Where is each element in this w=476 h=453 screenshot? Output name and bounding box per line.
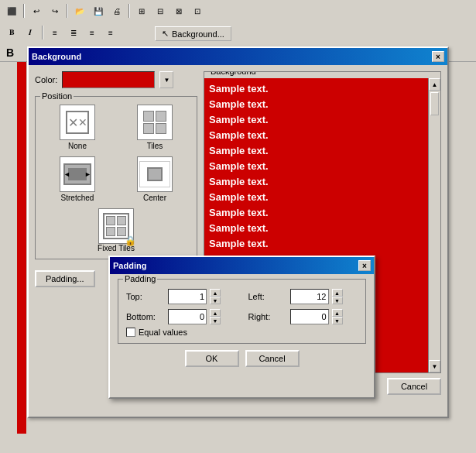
tiles-icon-box bbox=[137, 105, 173, 140]
undo-button[interactable]: ↩ bbox=[28, 2, 45, 19]
padding-ok-button[interactable]: OK bbox=[185, 350, 239, 367]
right-spinner-down[interactable]: ▼ bbox=[332, 317, 343, 324]
padding-dialog: Padding × Padding Top: ▲ ▼ Left: bbox=[108, 256, 375, 399]
none-label: None bbox=[68, 142, 87, 150]
toolbar-extra-3[interactable]: ⊠ bbox=[170, 2, 187, 19]
separator-1 bbox=[23, 4, 25, 18]
equal-label: Equal values bbox=[139, 328, 187, 337]
padding-dialog-title: Padding bbox=[113, 261, 146, 270]
sample-line-2: Sample text. bbox=[209, 97, 423, 112]
right-label: Right: bbox=[248, 312, 287, 321]
toolbar-row-1: ⬛ ↩ ↪ 📂 💾 🖨 ⊞ ⊟ ⊠ ⊡ bbox=[0, 0, 476, 22]
right-input[interactable] bbox=[290, 309, 329, 324]
save-button[interactable]: 💾 bbox=[90, 2, 107, 19]
format-btn-1[interactable]: 𝐁 bbox=[3, 24, 20, 41]
color-dropdown-arrow[interactable]: ▼ bbox=[159, 71, 173, 88]
center-icon-box bbox=[137, 156, 173, 192]
padding-close-icon: × bbox=[362, 262, 367, 270]
position-tiles[interactable]: Tiles bbox=[119, 105, 190, 150]
scrollbar-down[interactable]: ▼ bbox=[429, 360, 440, 372]
format-btn-4[interactable]: ≣ bbox=[65, 24, 82, 41]
padding-dialog-bottom: OK Cancel bbox=[118, 350, 366, 367]
preview-scrollbar[interactable]: ▲ ▼ bbox=[428, 78, 440, 372]
center-label: Center bbox=[143, 194, 166, 202]
sample-line-9: Sample text. bbox=[209, 205, 423, 221]
top-spinner-down[interactable]: ▼ bbox=[210, 297, 221, 304]
equal-row: Equal values bbox=[126, 328, 358, 337]
print-button[interactable]: 🖨 bbox=[108, 2, 125, 19]
close-icon: × bbox=[436, 53, 440, 61]
toolbar-btn-1[interactable]: ⬛ bbox=[3, 2, 20, 19]
left-spinner-down[interactable]: ▼ bbox=[332, 297, 343, 304]
color-swatch[interactable] bbox=[62, 71, 155, 88]
background-cancel-button[interactable]: Cancel bbox=[387, 378, 441, 395]
padding-dialog-close[interactable]: × bbox=[358, 260, 371, 271]
left-spinner[interactable]: ▲ ▼ bbox=[332, 289, 343, 304]
format-btn-3[interactable]: ≡ bbox=[46, 24, 63, 41]
background-cancel-label: Cancel bbox=[401, 382, 427, 391]
background-dialog-close[interactable]: × bbox=[432, 51, 444, 62]
right-spinner[interactable]: ▲ ▼ bbox=[332, 309, 343, 324]
bottom-spinner-down[interactable]: ▼ bbox=[210, 317, 221, 324]
padding-button[interactable]: Padding... bbox=[35, 270, 95, 287]
redo-button[interactable]: ↪ bbox=[46, 2, 63, 19]
sample-line-3: Sample text. bbox=[209, 112, 423, 128]
sample-line-5: Sample text. bbox=[209, 143, 423, 159]
scrollbar-up[interactable]: ▲ bbox=[429, 78, 440, 91]
padding-grid: Top: ▲ ▼ Left: ▲ ▼ bbox=[126, 289, 358, 324]
toolbar-extra-1[interactable]: ⊞ bbox=[133, 2, 150, 19]
left-label: Left: bbox=[248, 292, 287, 301]
tiles-label: Tiles bbox=[147, 142, 163, 150]
none-icon-box: ✕ bbox=[60, 105, 95, 140]
sample-line-10: Sample text. bbox=[209, 221, 423, 236]
bottom-input[interactable] bbox=[168, 309, 207, 324]
bottom-spinner-up[interactable]: ▲ bbox=[210, 309, 221, 317]
preview-legend: Background bbox=[209, 71, 258, 76]
toolbar-extra-4[interactable]: ⊡ bbox=[189, 2, 206, 19]
color-label: Color: bbox=[35, 75, 57, 84]
top-label: Top: bbox=[126, 292, 165, 301]
sample-line-11: Sample text. bbox=[209, 236, 423, 252]
position-group: Position ✕ None bbox=[35, 96, 197, 259]
position-grid: ✕ None bbox=[42, 105, 190, 202]
top-spinner-up[interactable]: ▲ bbox=[210, 289, 221, 297]
bold-label: B bbox=[6, 46, 14, 59]
position-none[interactable]: ✕ None bbox=[42, 105, 113, 150]
left-spinner-up[interactable]: ▲ bbox=[332, 289, 343, 297]
top-input[interactable] bbox=[168, 289, 207, 304]
stretched-label: Stretched bbox=[61, 194, 94, 202]
scrollbar-thumb[interactable] bbox=[430, 92, 439, 115]
background-dialog-title: Background bbox=[32, 52, 81, 61]
padding-ok-label: OK bbox=[206, 354, 218, 363]
top-spinner[interactable]: ▲ ▼ bbox=[210, 289, 221, 304]
left-red-bar bbox=[17, 62, 26, 434]
position-fixed-tiles[interactable]: 🔒 Fixed Tiles bbox=[42, 208, 190, 252]
padding-cancel-button[interactable]: Cancel bbox=[245, 350, 300, 367]
sample-line-4: Sample text. bbox=[209, 128, 423, 143]
left-field-row: Left: ▲ ▼ bbox=[248, 289, 358, 304]
toolbar-extra-2[interactable]: ⊟ bbox=[152, 2, 169, 19]
bold-indicator: B bbox=[6, 46, 14, 59]
background-toolbar-button[interactable]: ↖ Background... bbox=[155, 26, 231, 41]
bg-toolbar-btn-label: Background... bbox=[172, 29, 224, 39]
padding-btn-label: Padding... bbox=[46, 274, 84, 283]
open-button[interactable]: 📂 bbox=[71, 2, 88, 19]
padding-dialog-content: Padding Top: ▲ ▼ Left: ▲ bbox=[110, 274, 374, 372]
background-dialog-titlebar: Background × bbox=[29, 48, 447, 65]
position-legend: Position bbox=[40, 91, 74, 101]
padding-inner-group: Padding Top: ▲ ▼ Left: ▲ bbox=[118, 279, 366, 344]
separator-4 bbox=[42, 26, 43, 39]
sample-line-7: Sample text. bbox=[209, 174, 423, 190]
color-row: Color: ▼ bbox=[35, 71, 197, 88]
bottom-spinner[interactable]: ▲ ▼ bbox=[210, 309, 221, 324]
format-btn-2[interactable]: 𝑰 bbox=[22, 24, 39, 41]
equal-checkbox[interactable] bbox=[126, 328, 135, 337]
right-field-row: Right: ▲ ▼ bbox=[248, 309, 358, 324]
format-btn-5[interactable]: ≡ bbox=[84, 24, 101, 41]
format-btn-6[interactable]: ≡ bbox=[102, 24, 119, 41]
padding-cancel-label: Cancel bbox=[259, 354, 285, 363]
position-stretched[interactable]: ◄ ► Stretched bbox=[42, 156, 113, 202]
right-spinner-up[interactable]: ▲ bbox=[332, 309, 343, 317]
position-center[interactable]: Center bbox=[119, 156, 190, 202]
left-input[interactable] bbox=[290, 289, 329, 304]
